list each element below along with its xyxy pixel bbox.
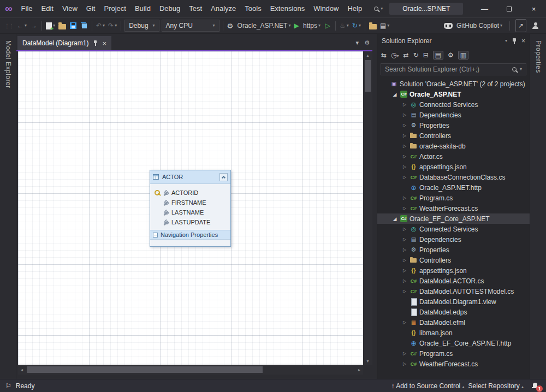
tree-item-connected-services[interactable]: ▷◎Connected Services — [377, 224, 530, 234]
start-debugging-button[interactable]: ▶ https▾ — [292, 19, 322, 32]
entity-header[interactable]: ACTOR — [150, 170, 230, 184]
github-copilot-button[interactable]: GitHub Copilot ▾ — [442, 19, 504, 32]
save-button[interactable] — [68, 19, 79, 32]
tree-item-dependencies[interactable]: ▷▤Dependencies — [377, 234, 530, 245]
tree-chevron-icon[interactable]: ▷ — [400, 289, 409, 294]
pending-changes-filter-icon[interactable]: ◷▾ — [391, 51, 399, 59]
tree-item-program-cs[interactable]: ▷C#Program.cs — [377, 193, 530, 203]
tree-chevron-icon[interactable]: ▷ — [400, 133, 409, 138]
panel-menu-chevron-icon[interactable]: ▾ — [505, 39, 507, 43]
tree-item-dependencies[interactable]: ▷▤Dependencies — [377, 110, 530, 120]
show-all-files-icon[interactable]: ▤ — [433, 51, 443, 60]
tree-item-controllers[interactable]: ▷Controllers — [377, 130, 530, 141]
entity-property-row[interactable]: ACTORID — [150, 188, 230, 198]
scroll-left-icon[interactable]: ◂ — [18, 365, 26, 375]
tree-chevron-icon[interactable]: ▷ — [400, 258, 409, 263]
vertical-scroll-thumb[interactable] — [365, 60, 371, 92]
show-output-button[interactable]: ▤▾ — [378, 19, 391, 32]
entity-property-row[interactable]: FIRSTNAME — [150, 198, 230, 207]
solution-configuration-dropdown[interactable]: Debug▾ — [124, 20, 159, 32]
entity-property-row[interactable]: LASTUPDATE — [150, 217, 230, 227]
menu-project[interactable]: Project — [99, 0, 130, 17]
tree-item-appsettings-json[interactable]: ▷{}appsettings.json — [377, 162, 530, 172]
sync-with-active-document-icon[interactable]: ⇄ — [403, 51, 409, 59]
restart-application-button[interactable]: ↻▾ — [351, 19, 363, 32]
tree-item-oracle-asp-net[interactable]: ◢Oracle_ASP.NET — [377, 89, 530, 99]
menu-edit[interactable]: Edit — [37, 0, 58, 17]
tree-item-weatherforecast-cs[interactable]: ▷C#WeatherForecast.cs — [377, 359, 530, 369]
diagram-canvas[interactable]: ACTOR ACTORIDFIRSTNAMELASTNAMELASTUPDATE… — [18, 51, 363, 365]
document-list-chevron-icon[interactable]: ▾ — [356, 39, 359, 46]
tree-item-properties[interactable]: ▷⚙Properties — [377, 120, 530, 130]
menu-tools[interactable]: Tools — [240, 0, 265, 17]
tree-chevron-icon[interactable]: ▷ — [400, 278, 409, 283]
auto-hide-pin-icon[interactable] — [512, 38, 517, 44]
tree-chevron-icon[interactable]: ▷ — [400, 247, 409, 252]
tree-chevron-icon[interactable]: ▷ — [400, 144, 409, 149]
tree-chevron-icon[interactable]: ▷ — [400, 351, 409, 356]
tree-chevron-icon[interactable]: ▷ — [400, 102, 409, 107]
properties-tab[interactable]: Properties — [535, 40, 542, 73]
tree-item-actor-cs[interactable]: ▷C#Actor.cs — [377, 151, 530, 162]
properties-wrench-icon[interactable]: ⚙ — [448, 51, 454, 59]
menu-view[interactable]: View — [58, 0, 82, 17]
tree-item-datamodel-autotestmodel-cs[interactable]: ▷C#DataModel.AUTOTESTModel.cs — [377, 286, 530, 296]
start-without-debugging-button[interactable]: ▷ — [322, 19, 333, 32]
navigate-back-button[interactable]: ←▾ — [15, 19, 28, 32]
model-explorer-tab[interactable]: Model Explorer — [4, 40, 12, 88]
horizontal-scrollbar[interactable]: ◂ ▸ — [18, 365, 363, 375]
tree-item-oracle-ef-core-asp-net[interactable]: ◢Oracle_EF_Core_ASP.NET — [377, 213, 530, 224]
scroll-up-icon[interactable]: ▴ — [363, 51, 372, 59]
add-to-source-control-button[interactable]: ↑ Add to Source Control ▴ — [391, 382, 464, 390]
tree-item-weatherforecast-cs[interactable]: ▷C#WeatherForecast.cs — [377, 203, 530, 213]
tree-chevron-icon[interactable]: ▷ — [400, 123, 409, 128]
share-button[interactable]: ↗ — [515, 19, 526, 32]
redo-button[interactable]: ↷▾ — [106, 19, 118, 32]
open-file-button[interactable] — [57, 19, 68, 32]
horizontal-scroll-thumb[interactable] — [27, 366, 263, 373]
refresh-icon[interactable]: ↻ — [413, 51, 419, 59]
menu-extensions[interactable]: Extensions — [266, 0, 310, 17]
navigate-forward-button[interactable]: → — [28, 19, 39, 32]
close-tab-icon[interactable]: × — [102, 40, 106, 47]
tree-item-libman-json[interactable]: {}libman.json — [377, 328, 530, 338]
tree-item-datamodel-actor-cs[interactable]: ▷C#DataModel.ACTOR.cs — [377, 276, 530, 286]
tree-chevron-icon[interactable]: ▷ — [400, 154, 409, 159]
tree-item-databaseconnectionclass-cs[interactable]: ▷C#DatabaseConnectionClass.cs — [377, 172, 530, 182]
menu-analyze[interactable]: Analyze — [206, 0, 240, 17]
editor-options-gear-icon[interactable]: ⚙ — [364, 39, 370, 46]
hot-reload-button[interactable]: ♨▾ — [338, 19, 351, 32]
close-button[interactable]: × — [521, 0, 546, 17]
tree-chevron-icon[interactable]: ◢ — [390, 92, 399, 97]
quick-search-button[interactable]: ▾ — [374, 7, 383, 11]
scroll-right-icon[interactable]: ▸ — [355, 365, 363, 375]
tree-chevron-icon[interactable]: ▷ — [400, 227, 409, 231]
tab-datamodel-diagram1[interactable]: DataModel (Diagram1) × — [17, 36, 111, 50]
entity-property-row[interactable]: LASTNAME — [150, 207, 230, 217]
scroll-down-icon[interactable]: ▾ — [363, 357, 372, 365]
tree-chevron-icon[interactable]: ▷ — [400, 320, 409, 325]
new-item-button[interactable]: ▾ — [44, 19, 57, 32]
maximize-button[interactable] — [497, 0, 521, 17]
collapse-all-icon[interactable]: ⊟ — [423, 51, 429, 59]
close-panel-icon[interactable]: × — [521, 37, 525, 45]
tree-chevron-icon[interactable]: ▷ — [400, 237, 409, 242]
menu-build[interactable]: Build — [130, 0, 155, 17]
menu-help[interactable]: Help — [343, 0, 366, 17]
select-repository-button[interactable]: Select Repository ▴ — [468, 382, 524, 390]
solution-explorer-search[interactable]: Search Solution Explorer (Ctrl+;) ▾ — [381, 63, 526, 75]
preview-selected-items-icon[interactable]: ▥ — [458, 51, 468, 60]
tree-item-oracle-ef-core-asp-net-http[interactable]: ⊕Oracle_EF_Core_ASP.NET.http — [377, 338, 530, 348]
tree-item-oracle-sakila-db[interactable]: ▷oracle-sakila-db — [377, 141, 530, 151]
tree-chevron-icon[interactable]: ▷ — [400, 206, 409, 211]
tree-item-datamodel-edps[interactable]: DataModel.edps — [377, 307, 530, 317]
tree-chevron-icon[interactable]: ◢ — [390, 216, 399, 222]
navigation-properties-header[interactable]: Navigation Properties — [150, 230, 230, 240]
save-all-button[interactable] — [79, 19, 90, 32]
startup-project-dropdown[interactable]: ⚙ Oracle_ASP.NET▾ — [225, 19, 293, 32]
user-account-button[interactable] — [530, 19, 541, 32]
tree-chevron-icon[interactable]: ▷ — [400, 268, 409, 273]
minimize-button[interactable]: — — [472, 0, 497, 17]
find-in-files-button[interactable] — [367, 19, 378, 32]
tree-chevron-icon[interactable]: ▷ — [400, 195, 409, 200]
